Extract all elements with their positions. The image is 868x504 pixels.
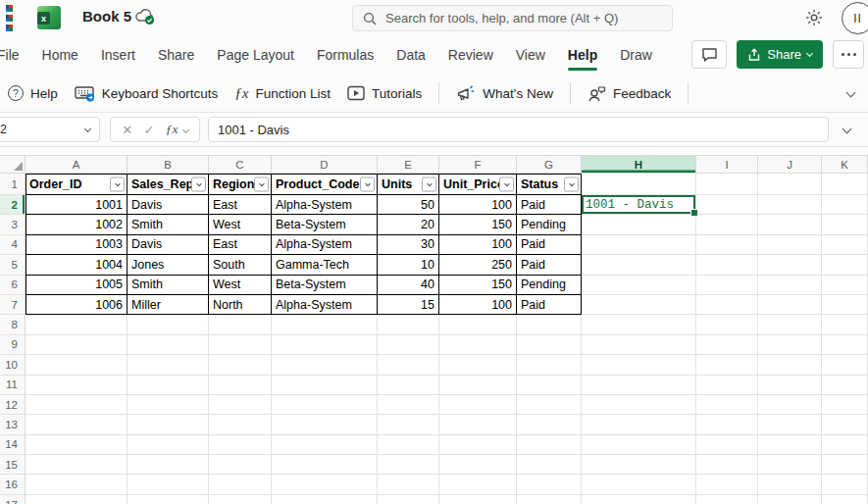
cell-K16[interactable]	[822, 475, 868, 494]
cell-C17[interactable]	[209, 495, 272, 504]
cell-E7[interactable]: 15	[378, 295, 439, 315]
cell-E8[interactable]	[378, 315, 439, 334]
cell-K1[interactable]	[822, 174, 868, 195]
cell-A17[interactable]	[26, 495, 128, 504]
formula-input[interactable]: 1001 - Davis	[208, 117, 829, 142]
cell-I4[interactable]	[696, 235, 758, 255]
cell-K4[interactable]	[822, 235, 868, 255]
cell-A7[interactable]: 1006	[26, 295, 128, 315]
cell-D1[interactable]: Product_Code	[272, 174, 378, 195]
ribbon-tab-insert[interactable]: Insert	[101, 41, 135, 69]
cell-B10[interactable]	[128, 355, 209, 375]
cell-F12[interactable]	[439, 395, 517, 415]
cell-I8[interactable]	[696, 315, 758, 334]
cell-H4[interactable]	[582, 235, 696, 255]
cell-F13[interactable]	[439, 415, 517, 434]
cell-G6[interactable]: Pending	[517, 276, 582, 295]
confirm-entry-icon[interactable]: ✓	[143, 123, 154, 137]
cell-G16[interactable]	[517, 475, 582, 494]
cell-J5[interactable]	[758, 255, 822, 275]
cell-G3[interactable]: Pending	[517, 215, 582, 234]
help-button[interactable]: ? Help	[8, 85, 58, 101]
column-header-J[interactable]: J	[758, 155, 822, 174]
cell-B11[interactable]	[128, 376, 209, 395]
cell-F17[interactable]	[439, 495, 517, 504]
cell-C10[interactable]	[209, 355, 272, 375]
row-header-3[interactable]: 3	[0, 215, 26, 234]
cell-H11[interactable]	[582, 376, 696, 395]
cell-B12[interactable]	[128, 395, 209, 415]
cell-B4[interactable]: Davis	[128, 235, 209, 255]
row-header-16[interactable]: 16	[0, 475, 26, 494]
ribbon-tab-help[interactable]: Help	[568, 41, 597, 69]
ribbon-tab-view[interactable]: View	[516, 41, 545, 69]
cell-K6[interactable]	[822, 276, 868, 295]
cell-A3[interactable]: 1002	[26, 215, 128, 234]
cell-G9[interactable]	[517, 335, 582, 355]
column-header-B[interactable]: B	[128, 155, 209, 174]
cell-K7[interactable]	[822, 295, 868, 315]
cell-A8[interactable]	[26, 315, 128, 334]
cell-G5[interactable]: Paid	[517, 255, 582, 275]
cell-G7[interactable]: Paid	[517, 295, 582, 315]
cell-H12[interactable]	[582, 395, 696, 415]
cell-J16[interactable]	[758, 475, 822, 494]
cell-K17[interactable]	[822, 495, 868, 504]
cell-K11[interactable]	[822, 376, 868, 395]
cell-B5[interactable]: Jones	[128, 255, 209, 275]
cell-A1[interactable]: Order_ID	[26, 174, 128, 195]
cell-B8[interactable]	[128, 315, 209, 334]
cell-A6[interactable]: 1005	[26, 276, 128, 295]
fx-chevron-icon[interactable]	[182, 126, 189, 132]
cell-C5[interactable]: South	[209, 255, 272, 275]
cell-J3[interactable]	[758, 215, 822, 234]
cell-F16[interactable]	[439, 475, 517, 494]
cell-G1[interactable]: Status	[517, 174, 582, 195]
cell-I13[interactable]	[696, 415, 758, 434]
name-box[interactable]: H2	[0, 117, 100, 142]
cell-K2[interactable]	[822, 195, 868, 215]
cell-G4[interactable]: Paid	[517, 235, 582, 255]
app-launcher-icon[interactable]	[6, 5, 13, 31]
search-input[interactable]: Search for tools, help, and more (Alt + …	[352, 5, 673, 31]
cell-J7[interactable]	[758, 295, 822, 315]
cell-I10[interactable]	[696, 355, 758, 375]
cell-A11[interactable]	[26, 376, 128, 395]
cell-J14[interactable]	[758, 435, 822, 455]
cell-I5[interactable]	[696, 255, 758, 275]
cell-A12[interactable]	[26, 395, 128, 415]
row-header-8[interactable]: 8	[0, 315, 26, 334]
cell-K9[interactable]	[822, 335, 868, 355]
column-header-D[interactable]: D	[272, 155, 378, 174]
cell-E10[interactable]	[378, 355, 439, 375]
cell-H14[interactable]	[582, 435, 696, 455]
ribbon-tab-home[interactable]: Home	[42, 41, 78, 69]
cell-B9[interactable]	[128, 335, 209, 355]
cell-E1[interactable]: Units	[378, 174, 439, 195]
cell-C4[interactable]: East	[209, 235, 272, 255]
cell-F2[interactable]: 100	[439, 195, 517, 215]
cell-E14[interactable]	[378, 435, 439, 455]
cell-K14[interactable]	[822, 435, 868, 455]
cell-I17[interactable]	[696, 495, 758, 504]
cell-A15[interactable]	[26, 455, 128, 475]
selected-cell-H2[interactable]: 1001 - Davis	[582, 195, 696, 215]
cell-I2[interactable]	[696, 195, 758, 215]
cell-F3[interactable]: 150	[439, 215, 517, 234]
cell-I12[interactable]	[696, 395, 758, 415]
cell-B13[interactable]	[128, 415, 209, 434]
ribbon-tab-file[interactable]: File	[0, 41, 20, 69]
cell-D8[interactable]	[272, 315, 378, 334]
cell-C8[interactable]	[209, 315, 272, 334]
row-header-10[interactable]: 10	[0, 355, 26, 375]
cell-I7[interactable]	[696, 295, 758, 315]
cell-E6[interactable]: 40	[378, 276, 439, 295]
share-button[interactable]: Share	[737, 40, 823, 69]
cell-F6[interactable]: 150	[439, 276, 517, 295]
cell-H13[interactable]	[582, 415, 696, 434]
keyboard-shortcuts-button[interactable]: Keyboard Shortcuts	[75, 85, 219, 102]
cell-J11[interactable]	[758, 376, 822, 395]
cell-D10[interactable]	[272, 355, 378, 375]
cell-A10[interactable]	[26, 355, 128, 375]
cell-D15[interactable]	[272, 455, 378, 475]
